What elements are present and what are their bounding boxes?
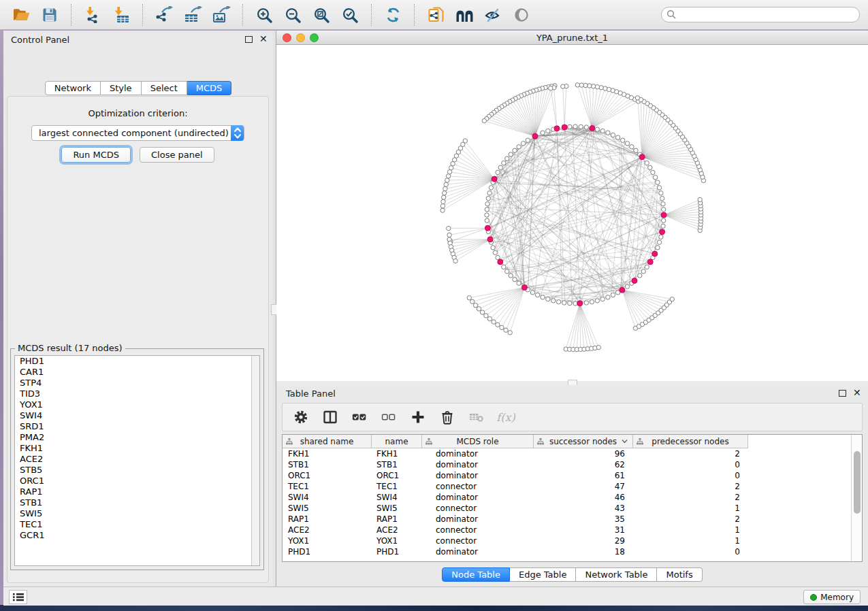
network-node[interactable] [546, 297, 550, 301]
network-node[interactable] [625, 142, 629, 146]
table-scrollbar[interactable] [851, 435, 862, 561]
network-node[interactable] [541, 131, 545, 135]
network-node[interactable] [659, 235, 663, 239]
network-satellite-node[interactable] [635, 96, 639, 100]
network-satellite-node[interactable] [443, 186, 447, 191]
memory-button[interactable]: Memory [803, 590, 861, 604]
task-history-button[interactable] [9, 590, 27, 604]
network-node[interactable] [595, 299, 599, 303]
network-node[interactable] [546, 129, 550, 133]
result-node-item[interactable]: ORC1 [15, 476, 259, 486]
network-node[interactable] [551, 299, 556, 303]
network-satellite-node[interactable] [480, 310, 484, 314]
network-node[interactable] [556, 300, 560, 304]
network-node[interactable] [659, 191, 663, 195]
network-node[interactable] [509, 152, 513, 156]
network-canvas[interactable] [276, 45, 868, 381]
network-satellite-node[interactable] [442, 195, 446, 199]
tab-motifs[interactable]: Motifs [657, 567, 702, 582]
tab-select[interactable]: Select [142, 81, 187, 95]
mcds-hub-node[interactable] [652, 251, 658, 257]
network-satellite-node[interactable] [444, 182, 448, 186]
network-node[interactable] [517, 145, 521, 149]
network-satellite-node[interactable] [451, 162, 455, 166]
network-satellite-node[interactable] [445, 178, 449, 182]
network-node[interactable] [660, 196, 664, 200]
add-column-icon[interactable] [411, 410, 425, 425]
network-node[interactable] [600, 297, 605, 301]
network-node[interactable] [535, 293, 539, 297]
mcds-hub-node[interactable] [620, 287, 625, 293]
network-node[interactable] [657, 186, 661, 190]
tab-style[interactable]: Style [101, 81, 142, 95]
mcds-hub-node[interactable] [492, 176, 497, 182]
mcds-hub-node[interactable] [660, 229, 665, 235]
network-node[interactable] [485, 213, 489, 217]
network-node[interactable] [611, 293, 615, 297]
table-scrollbar-thumb[interactable] [854, 451, 861, 514]
mcds-hub-node[interactable] [632, 278, 637, 284]
network-satellite-node[interactable] [492, 320, 496, 324]
mcds-hub-node[interactable] [521, 285, 527, 291]
network-node[interactable] [502, 265, 506, 269]
mcds-hub-node[interactable] [487, 237, 493, 242]
result-list-scrollbar[interactable] [251, 356, 259, 565]
network-node[interactable] [657, 240, 661, 244]
export-image-icon[interactable] [211, 5, 231, 25]
network-satellite-node[interactable] [484, 314, 488, 318]
network-satellite-node[interactable] [467, 296, 471, 300]
network-satellite-node[interactable] [440, 204, 445, 208]
network-node[interactable] [638, 274, 642, 278]
tab-network-table[interactable]: Network Table [576, 567, 657, 582]
network-node[interactable] [517, 281, 521, 285]
network-node[interactable] [568, 125, 572, 129]
result-node-item[interactable]: FKH1 [15, 443, 259, 454]
network-satellite-node[interactable] [447, 226, 451, 230]
column-header-predecessor-nodes[interactable]: predecessor nodes [633, 435, 748, 448]
column-header-MCDS-role[interactable]: MCDS role [422, 435, 534, 448]
close-panel-button[interactable]: Close panel [140, 147, 214, 163]
network-node[interactable] [584, 125, 588, 129]
mcds-hub-node[interactable] [577, 301, 583, 306]
network-node[interactable] [496, 170, 500, 174]
network-node[interactable] [485, 218, 489, 222]
table-row[interactable]: STB1STB1dominator620 [283, 459, 851, 470]
network-node[interactable] [606, 295, 610, 299]
result-node-item[interactable]: RAP1 [15, 486, 259, 497]
result-node-item[interactable]: ACE2 [15, 454, 259, 465]
network-node[interactable] [584, 301, 588, 305]
network-satellite-node[interactable] [575, 83, 579, 87]
network-node[interactable] [498, 165, 502, 169]
float-icon[interactable] [839, 390, 846, 397]
network-node[interactable] [513, 148, 517, 152]
result-node-item[interactable]: PHD1 [15, 356, 259, 367]
network-node[interactable] [579, 125, 583, 129]
hide-details-icon[interactable] [483, 5, 503, 25]
refresh-icon[interactable] [383, 5, 403, 25]
result-node-item[interactable]: GCR1 [15, 530, 259, 541]
search-box[interactable] [661, 7, 860, 22]
network-node[interactable] [489, 186, 493, 190]
optimization-criterion-dropdown[interactable]: largest connected component (undirected) [31, 125, 244, 141]
mcds-hub-node[interactable] [554, 126, 560, 131]
mcds-result-list[interactable]: PHD1CAR1STP4TID3YOX1SWI4SRD1PMA2FKH1ACE2… [14, 355, 260, 566]
tab-node-table[interactable]: Node Table [442, 567, 510, 582]
network-node[interactable] [485, 208, 489, 212]
network-node[interactable] [487, 191, 492, 195]
float-icon[interactable] [245, 36, 253, 43]
network-node[interactable] [486, 196, 490, 200]
open-file-icon[interactable] [11, 5, 31, 25]
split-columns-icon[interactable] [323, 410, 338, 425]
network-node[interactable] [521, 142, 525, 146]
network-satellite-node[interactable] [698, 197, 702, 201]
export-network-icon[interactable] [154, 5, 174, 25]
network-satellite-node[interactable] [449, 166, 453, 170]
search-input[interactable] [677, 10, 854, 20]
network-satellite-node[interactable] [596, 345, 600, 349]
clone-network-icon[interactable] [425, 5, 446, 25]
table-row[interactable]: SWI4SWI4dominator462 [283, 492, 851, 503]
network-satellite-node[interactable] [447, 233, 451, 237]
network-satellite-node[interactable] [477, 307, 481, 311]
mcds-hub-node[interactable] [647, 259, 653, 265]
mcds-hub-node[interactable] [532, 133, 538, 139]
